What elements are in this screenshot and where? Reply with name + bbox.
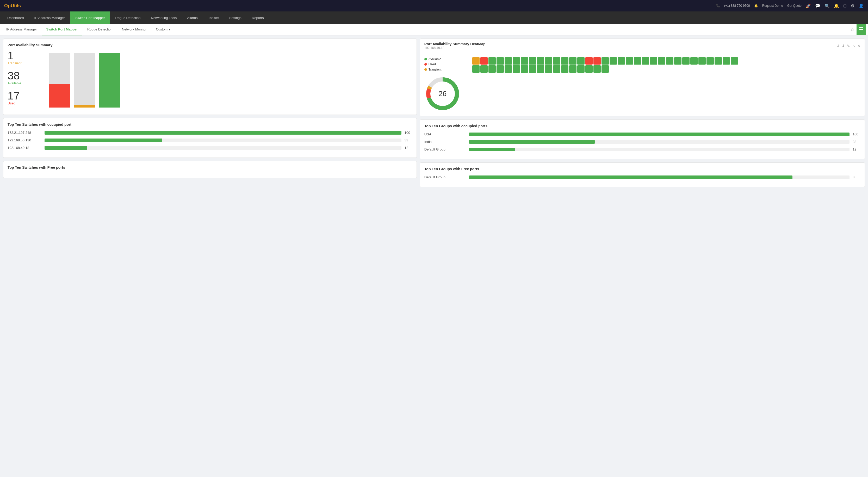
summary-section: 1 Transient 38 Available 17 Used — [7, 50, 412, 110]
heatmap-cell[interactable] — [569, 65, 577, 73]
expand-icon[interactable]: ⤡ — [852, 44, 855, 48]
heatmap-cell[interactable] — [537, 65, 544, 73]
heatmap-cell[interactable] — [472, 57, 479, 65]
heatmap-cell[interactable] — [634, 57, 641, 65]
nav-settings[interactable]: Settings — [224, 11, 247, 24]
heatmap-cell[interactable] — [642, 57, 649, 65]
heatmap-cell[interactable] — [699, 57, 706, 65]
side-panel-toggle[interactable]: ☰ — [857, 24, 866, 35]
heatmap-cell[interactable] — [472, 65, 479, 73]
used-value: 17 — [7, 90, 44, 101]
heatmap-cell[interactable] — [618, 57, 625, 65]
heatmap-cell[interactable] — [489, 57, 496, 65]
subnav-network-monitor[interactable]: Network Monitor — [118, 24, 151, 35]
search-icon[interactable]: 🔍 — [825, 3, 830, 8]
heatmap-cell[interactable] — [577, 65, 585, 73]
request-demo-link[interactable]: Request Demo — [762, 4, 783, 7]
subnav-custom[interactable]: Custom ▾ — [152, 24, 175, 35]
nav-networking-tools[interactable]: Networking Tools — [146, 11, 182, 24]
switch-fill-1 — [44, 131, 401, 135]
heatmap-cell[interactable] — [513, 65, 520, 73]
group-occupied-value-3: 12 — [852, 147, 861, 151]
heatmap-cell[interactable] — [561, 65, 568, 73]
heatmap-cell[interactable] — [480, 57, 488, 65]
heatmap-cell[interactable] — [489, 65, 496, 73]
heatmap-cell[interactable] — [505, 65, 512, 73]
heatmap-cell[interactable] — [480, 65, 488, 73]
heatmap-cell[interactable] — [601, 57, 609, 65]
heatmap-cell[interactable] — [666, 57, 673, 65]
download-icon[interactable]: ⬇ — [842, 44, 845, 48]
close-icon[interactable]: ✕ — [857, 44, 861, 48]
heatmap-cell[interactable] — [497, 65, 504, 73]
heatmap-cell[interactable] — [553, 65, 560, 73]
bar-2-gray — [74, 53, 95, 105]
heatmap-cell[interactable] — [593, 57, 601, 65]
subnav: IP Address Manager Switch Port Mapper Ro… — [0, 24, 868, 35]
group-occupied-value-1: 100 — [852, 132, 861, 136]
heatmap-cell[interactable] — [674, 57, 681, 65]
heatmap-cell[interactable] — [569, 57, 577, 65]
switch-track-1 — [44, 131, 401, 135]
get-quote-link[interactable]: Get Quote — [787, 4, 802, 7]
nav-rogue-detection[interactable]: Rogue Detection — [110, 11, 146, 24]
heatmap-cell[interactable] — [521, 57, 528, 65]
heatmap-cell[interactable] — [529, 65, 536, 73]
heatmap-cell[interactable] — [585, 57, 593, 65]
heatmap-title-block: Port Availability Summary HeatMap 192.16… — [424, 42, 486, 50]
heatmap-cell[interactable] — [715, 57, 722, 65]
donut-center-value: 26 — [438, 90, 446, 98]
heatmap-cell[interactable] — [610, 57, 617, 65]
edit-icon[interactable]: ✎ — [847, 44, 850, 48]
subnav-switch-port-mapper[interactable]: Switch Port Mapper — [42, 24, 82, 35]
available-value: 38 — [7, 70, 44, 81]
heatmap-cell[interactable] — [707, 57, 714, 65]
heatmap-cell[interactable] — [513, 57, 520, 65]
nav-dashboard[interactable]: Dashboard — [2, 11, 29, 24]
transient-legend-label: Transient — [429, 68, 441, 71]
heatmap-cell[interactable] — [690, 57, 698, 65]
refresh-icon[interactable]: ↺ — [836, 44, 840, 48]
heatmap-cell[interactable] — [682, 57, 689, 65]
port-availability-title: Port Availability Summary — [7, 43, 412, 47]
heatmap-cell[interactable] — [529, 57, 536, 65]
topbar-right: 📞 (+1) 888 720 9500 🔔 Request Demo Get Q… — [716, 3, 864, 8]
heatmap-cell[interactable] — [497, 57, 504, 65]
bar-chart — [44, 50, 412, 107]
heatmap-cell[interactable] — [553, 57, 560, 65]
heatmap-cell[interactable] — [658, 57, 665, 65]
alert-icon: 🔔 — [834, 3, 839, 8]
switch-value-1: 100 — [405, 131, 412, 135]
top-ten-switches-free-card: Top Ten Switches with Free ports — [3, 161, 417, 178]
nav-alarms[interactable]: Alarms — [182, 11, 203, 24]
subnav-ip-address-manager[interactable]: IP Address Manager — [2, 24, 41, 35]
heatmap-cell[interactable] — [650, 57, 657, 65]
heatmap-cell[interactable] — [601, 65, 609, 73]
heatmap-cell[interactable] — [731, 57, 738, 65]
top-ten-groups-free-card: Top Ten Groups with Free ports Default G… — [420, 162, 865, 187]
heatmap-grid — [472, 57, 861, 112]
nav-ip-address-manager[interactable]: IP Address Manager — [29, 11, 70, 24]
heatmap-cell[interactable] — [626, 57, 633, 65]
heatmap-cell[interactable] — [537, 57, 544, 65]
heatmap-cell[interactable] — [577, 57, 585, 65]
switch-fill-3 — [44, 146, 87, 150]
used-dot — [424, 63, 427, 66]
port-availability-summary-card: Port Availability Summary 1 Transient 38… — [3, 38, 417, 115]
heatmap-cell[interactable] — [545, 57, 552, 65]
available-dot — [424, 58, 427, 60]
heatmap-cell[interactable] — [561, 57, 568, 65]
heatmap-cell[interactable] — [505, 57, 512, 65]
heatmap-cell[interactable] — [545, 65, 552, 73]
heatmap-cell[interactable] — [723, 57, 730, 65]
nav-toolset[interactable]: Toolset — [203, 11, 224, 24]
favorite-icon[interactable]: ☆ — [850, 27, 855, 32]
heatmap-cell[interactable] — [521, 65, 528, 73]
top-ten-groups-occupied-card: Top Ten Groups with occupied ports USA 1… — [420, 120, 865, 159]
nav-reports[interactable]: Reports — [247, 11, 269, 24]
nav-switch-port-mapper[interactable]: Switch Port Mapper — [70, 11, 110, 24]
gear-icon[interactable]: ⚙ — [851, 3, 855, 8]
subnav-rogue-detection[interactable]: Rogue Detection — [83, 24, 117, 35]
heatmap-cell[interactable] — [585, 65, 593, 73]
heatmap-cell[interactable] — [593, 65, 601, 73]
